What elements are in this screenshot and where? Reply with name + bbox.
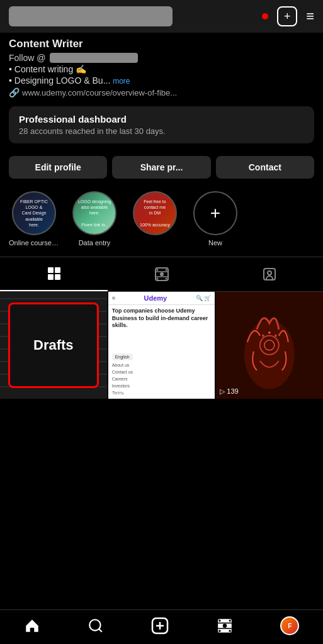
- highlight-circle-2: LOGO designingalso availablehere.Fiverr …: [72, 191, 116, 235]
- highlights-row: FIBER OPTICLOGO &Card Designavailableher…: [0, 185, 323, 257]
- svg-point-30: [229, 630, 230, 632]
- bio-line1: • Content writing ✍: [9, 64, 314, 74]
- edit-profile-button[interactable]: Edit profile: [9, 156, 107, 179]
- action-buttons: Edit profile Share pr... Contact: [0, 150, 323, 185]
- svg-line-22: [99, 629, 102, 632]
- highlight-art-3: Feel free tocontact mein DM100% accuracy: [137, 196, 173, 230]
- svg-rect-0: [48, 267, 54, 273]
- udemy-body: Top companies choose Udemy Business to b…: [108, 305, 215, 350]
- follow-row: Follow @: [9, 53, 314, 63]
- highlight-label-1: Online course LOGO & Car...: [9, 239, 59, 247]
- svg-point-9: [165, 278, 167, 280]
- post-henna[interactable]: ▷ 139: [216, 292, 323, 399]
- nav-home[interactable]: [24, 618, 40, 634]
- svg-point-26: [223, 624, 227, 628]
- nav-reels[interactable]: [217, 618, 233, 634]
- highlight-art-1: FIBER OPTICLOGO &Card Designavailableher…: [18, 196, 50, 230]
- bio-link[interactable]: 🔗 www.udemy.com/course/overview-of-fibe.…: [9, 87, 314, 97]
- share-profile-button[interactable]: Share pr...: [112, 156, 210, 179]
- contact-button[interactable]: Contact: [216, 156, 314, 179]
- svg-rect-2: [48, 274, 54, 280]
- bottom-nav: F: [0, 609, 323, 644]
- more-link[interactable]: more: [113, 77, 130, 86]
- udemy-logo: Udemy: [144, 294, 167, 302]
- follow-username: [50, 53, 138, 63]
- tab-tagged[interactable]: [215, 257, 323, 291]
- profile-title: Content Writer: [9, 38, 314, 50]
- bio-section: Content Writer Follow @ • Content writin…: [0, 33, 323, 100]
- new-highlight-circle[interactable]: +: [193, 191, 237, 235]
- add-icon-box[interactable]: +: [277, 6, 297, 26]
- dashboard-card[interactable]: Professional dashboard 28 accounts reach…: [9, 106, 314, 143]
- udemy-headline: Top companies choose Udemy Business to b…: [112, 308, 212, 330]
- content-tabs: [0, 257, 323, 292]
- svg-point-20: [268, 331, 271, 334]
- link-icon: 🔗: [9, 87, 20, 97]
- post-udemy[interactable]: ≡ Udemy 🔍 🛒 Top companies choose Udemy B…: [108, 292, 215, 399]
- tab-reels[interactable]: [108, 257, 215, 291]
- nav-add[interactable]: [151, 617, 169, 635]
- bio-line2: • Designing LOGO & Bu... more: [9, 75, 314, 86]
- svg-point-18: [262, 335, 264, 337]
- username-bar: [9, 6, 173, 26]
- highlight-art-2: LOGO designingalso availablehere.Fiverr …: [76, 196, 113, 230]
- udemy-english: English: [112, 353, 133, 360]
- top-icons: + ≡: [262, 6, 314, 26]
- nav-profile[interactable]: F: [280, 616, 299, 635]
- post-drafts[interactable]: Drafts: [0, 292, 107, 399]
- follow-label: Follow @: [9, 53, 46, 63]
- svg-point-5: [160, 272, 164, 276]
- svg-point-29: [218, 630, 220, 632]
- svg-point-27: [218, 619, 220, 621]
- notification-dot: [262, 13, 268, 19]
- nav-avatar: F: [280, 616, 299, 635]
- svg-point-8: [156, 278, 158, 280]
- svg-point-19: [275, 335, 277, 337]
- svg-point-7: [165, 269, 167, 271]
- top-bar: + ≡: [0, 0, 323, 33]
- highlight-item-3[interactable]: Feel free tocontact mein DM100% accuracy: [130, 191, 180, 239]
- keyboard-bg: Drafts: [0, 292, 107, 399]
- highlight-item-2[interactable]: LOGO designingalso availablehere.Fiverr …: [69, 191, 120, 247]
- highlight-new-label: New: [208, 239, 222, 247]
- svg-point-6: [156, 269, 158, 271]
- udemy-view-count: ▷ 343: [112, 387, 130, 396]
- highlight-circle-1: FIBER OPTICLOGO &Card Designavailableher…: [12, 191, 56, 235]
- svg-rect-3: [55, 274, 60, 280]
- svg-point-28: [229, 619, 230, 621]
- highlight-item-1[interactable]: FIBER OPTICLOGO &Card Designavailableher…: [9, 191, 59, 247]
- dashboard-title: Professional dashboard: [19, 114, 304, 125]
- svg-point-21: [89, 619, 100, 630]
- svg-rect-1: [55, 267, 60, 273]
- udemy-header: ≡ Udemy 🔍 🛒: [108, 292, 215, 305]
- drafts-box: Drafts: [8, 303, 99, 388]
- highlight-new[interactable]: + New: [190, 191, 241, 247]
- highlight-circle-3: Feel free tocontact mein DM100% accuracy: [133, 191, 177, 235]
- highlight-label-2: Data entry: [79, 239, 111, 247]
- bio-url: www.udemy.com/course/overview-of-fibe...: [22, 88, 177, 97]
- play-icon-2: ▷: [220, 387, 225, 396]
- add-icon: +: [284, 10, 291, 23]
- tab-grid[interactable]: [0, 257, 108, 291]
- henna-view-count: ▷ 139: [220, 387, 238, 396]
- post-grid: Drafts ≡ Udemy 🔍 🛒 Top companies choose …: [0, 292, 323, 399]
- nav-search[interactable]: [88, 618, 104, 634]
- svg-point-13: [268, 271, 271, 275]
- henna-art: [216, 292, 323, 399]
- drafts-label: Drafts: [33, 337, 74, 353]
- dashboard-subtitle: 28 accounts reached in the last 30 days.: [19, 126, 304, 136]
- play-icon: ▷: [112, 387, 117, 396]
- menu-icon[interactable]: ≡: [306, 8, 314, 25]
